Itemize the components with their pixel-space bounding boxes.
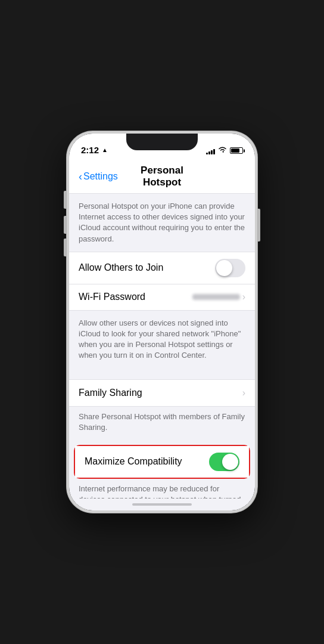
- wifi-password-label: Wi-Fi Password: [79, 292, 192, 302]
- allow-others-label: Allow Others to Join: [79, 262, 215, 273]
- signal-bar-2: [208, 151, 210, 154]
- signal-bar-1: [206, 153, 208, 154]
- time-display: 2:12: [81, 145, 99, 155]
- back-chevron-icon: ‹: [79, 171, 82, 182]
- allow-others-toggle[interactable]: [215, 259, 245, 277]
- wifi-password-chevron-icon: ›: [242, 292, 245, 302]
- signal-bar-3: [211, 150, 213, 154]
- maximize-toggle-thumb: [222, 454, 238, 470]
- maximize-compatibility-label: Maximize Compatibility: [85, 456, 209, 467]
- battery-icon: [230, 147, 243, 154]
- status-time: 2:12 ▲: [81, 145, 108, 155]
- family-description-text: Share Personal Hotspot with members of F…: [69, 407, 255, 440]
- family-sharing-chevron-icon: ›: [242, 388, 245, 398]
- status-icons: [206, 146, 243, 155]
- wifi-icon: [218, 146, 227, 155]
- family-sharing-group: Family Sharing ›: [69, 379, 255, 407]
- wifi-password-row[interactable]: Wi-Fi Password ›: [69, 284, 255, 310]
- wifi-password-value: [192, 294, 240, 300]
- allow-others-row: Allow Others to Join: [69, 252, 255, 284]
- signal-bar-4: [213, 149, 215, 154]
- family-sharing-label: Family Sharing: [79, 388, 242, 398]
- home-indicator: [69, 499, 255, 510]
- nav-bar: ‹ Settings Personal Hotspot: [69, 160, 255, 194]
- family-sharing-row[interactable]: Family Sharing ›: [69, 380, 255, 406]
- back-label: Settings: [83, 171, 118, 182]
- back-button[interactable]: ‹ Settings: [79, 171, 126, 182]
- maximize-compatibility-toggle[interactable]: [209, 453, 239, 471]
- hotspot-info-text: Personal Hotspot on your iPhone can prov…: [69, 194, 255, 252]
- battery-fill: [231, 148, 239, 153]
- page-title: Personal Hotspot: [126, 165, 198, 188]
- maximize-compatibility-group: Maximize Compatibility: [74, 445, 250, 479]
- signal-bars: [206, 147, 215, 154]
- toggle-thumb: [216, 260, 232, 276]
- section-gap-1: [69, 369, 255, 379]
- maximize-description-text: Internet performance may be reduced for …: [69, 479, 255, 499]
- screen: 2:12 ▲: [69, 134, 255, 510]
- phone-inner: 2:12 ▲: [69, 134, 255, 510]
- section-gap-2: [69, 440, 255, 445]
- home-bar: [132, 503, 192, 506]
- sub-info-text: Allow other users or devices not signed …: [69, 311, 255, 369]
- location-icon: ▲: [102, 147, 108, 153]
- main-settings-group: Allow Others to Join Wi-Fi Password ›: [69, 252, 255, 311]
- maximize-compatibility-row: Maximize Compatibility: [75, 446, 249, 478]
- maximize-highlight-wrapper: Maximize Compatibility: [74, 445, 250, 479]
- notch: [126, 134, 198, 150]
- phone-frame: 2:12 ▲: [67, 131, 257, 513]
- content-area: Personal Hotspot on your iPhone can prov…: [69, 194, 255, 499]
